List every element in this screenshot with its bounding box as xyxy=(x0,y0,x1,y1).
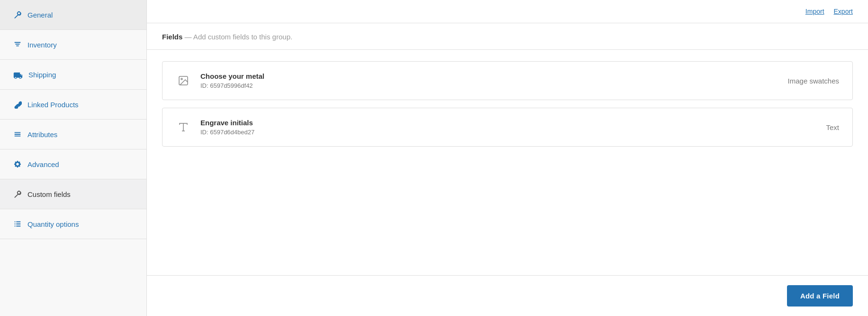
shipping-icon xyxy=(13,70,23,79)
sidebar-item-advanced[interactable]: Advanced xyxy=(0,149,146,179)
wrench-icon xyxy=(13,10,22,19)
field-card-2[interactable]: Engrave initials ID: 6597d6d4bed27 Text xyxy=(162,108,853,147)
export-link[interactable]: Export xyxy=(834,8,853,15)
sliders-icon xyxy=(13,220,22,228)
image-icon xyxy=(176,75,191,86)
sidebar-item-quantity-options[interactable]: Quantity options xyxy=(0,209,146,239)
field-id-2: ID: 6597d6d4bed27 xyxy=(200,129,816,136)
field-name-2: Engrave initials xyxy=(200,119,816,127)
fields-subtitle: — Add custom fields to this group. xyxy=(185,33,293,41)
fields-title: Fields xyxy=(162,33,182,41)
attributes-icon xyxy=(13,130,22,139)
field-type-2: Text xyxy=(826,123,839,131)
sidebar-item-inventory-label: Inventory xyxy=(27,41,57,49)
import-link[interactable]: Import xyxy=(805,8,824,15)
sidebar-item-advanced-label: Advanced xyxy=(27,160,59,168)
sidebar-item-shipping[interactable]: Shipping xyxy=(0,60,146,90)
inventory-icon xyxy=(13,40,22,49)
main-content: Import Export Fields — Add custom fields… xyxy=(147,0,868,316)
sidebar-item-custom-fields[interactable]: Custom fields xyxy=(0,179,146,209)
settings-icon xyxy=(13,190,22,198)
sidebar-item-linked-products[interactable]: Linked Products xyxy=(0,90,146,120)
field-info-1: Choose your metal ID: 6597d5996df42 xyxy=(200,72,778,89)
sidebar: General Inventory Shipping Linked Produc… xyxy=(0,0,147,316)
sidebar-item-inventory[interactable]: Inventory xyxy=(0,30,146,60)
field-name-1: Choose your metal xyxy=(200,72,778,80)
link-icon xyxy=(13,100,22,109)
field-info-2: Engrave initials ID: 6597d6d4bed27 xyxy=(200,119,816,136)
fields-list: Choose your metal ID: 6597d5996df42 Imag… xyxy=(147,50,868,275)
sidebar-item-attributes[interactable]: Attributes xyxy=(0,120,146,149)
sidebar-item-custom-fields-label: Custom fields xyxy=(27,190,71,198)
sidebar-item-general-label: General xyxy=(27,11,53,19)
add-field-button[interactable]: Add a Field xyxy=(787,285,853,307)
field-id-1: ID: 6597d5996df42 xyxy=(200,82,778,89)
field-card-1[interactable]: Choose your metal ID: 6597d5996df42 Imag… xyxy=(162,61,853,100)
gear-icon xyxy=(13,160,22,168)
text-icon xyxy=(176,121,191,133)
sidebar-item-linked-products-label: Linked Products xyxy=(27,101,79,109)
sidebar-item-shipping-label: Shipping xyxy=(28,71,56,79)
sidebar-item-attributes-label: Attributes xyxy=(27,130,57,139)
svg-point-1 xyxy=(181,78,182,80)
main-footer: Add a Field xyxy=(147,275,868,316)
sidebar-item-general[interactable]: General xyxy=(0,0,146,30)
field-type-1: Image swatches xyxy=(788,77,839,85)
fields-header: Fields — Add custom fields to this group… xyxy=(147,23,868,50)
sidebar-item-quantity-options-label: Quantity options xyxy=(27,220,79,228)
main-header: Import Export xyxy=(147,0,868,23)
